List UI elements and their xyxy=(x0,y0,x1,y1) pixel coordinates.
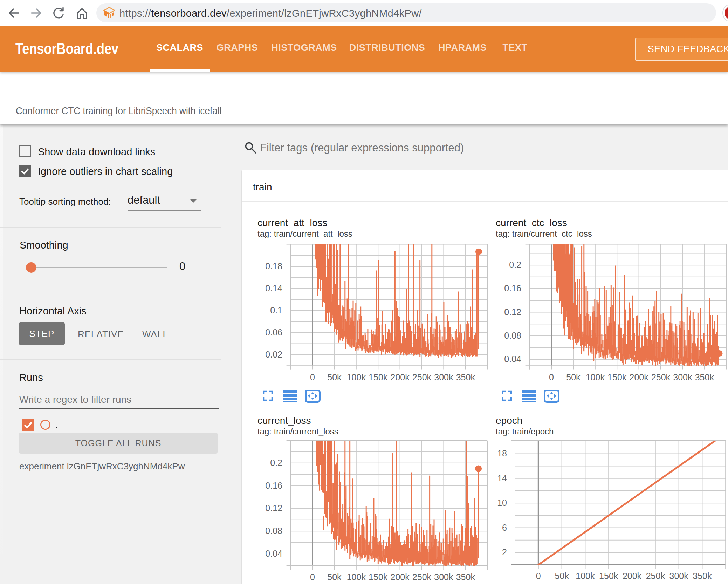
svg-text:100k: 100k xyxy=(586,372,605,382)
svg-text:0: 0 xyxy=(310,572,315,582)
svg-text:18: 18 xyxy=(497,448,507,458)
svg-text:100k: 100k xyxy=(576,571,595,581)
svg-text:0: 0 xyxy=(549,372,554,382)
svg-text:0.12: 0.12 xyxy=(265,503,282,513)
svg-text:0.08: 0.08 xyxy=(504,331,521,340)
svg-text:0.02: 0.02 xyxy=(265,349,282,359)
svg-text:0.04: 0.04 xyxy=(265,549,282,558)
svg-text:150k: 150k xyxy=(607,372,627,382)
svg-text:350k: 350k xyxy=(456,372,475,382)
svg-text:200k: 200k xyxy=(390,572,410,582)
svg-text:0.04: 0.04 xyxy=(504,354,521,364)
svg-text:0.2: 0.2 xyxy=(270,458,282,468)
svg-text:50k: 50k xyxy=(555,571,569,581)
svg-text:10: 10 xyxy=(497,498,507,508)
svg-text:200k: 200k xyxy=(623,571,642,581)
svg-text:150k: 150k xyxy=(369,572,388,582)
svg-text:200k: 200k xyxy=(390,372,410,382)
svg-text:0.06: 0.06 xyxy=(265,327,282,337)
svg-text:50k: 50k xyxy=(566,372,581,382)
svg-text:200k: 200k xyxy=(629,372,648,382)
svg-text:150k: 150k xyxy=(369,372,388,382)
svg-text:350k: 350k xyxy=(456,572,475,582)
svg-text:0.12: 0.12 xyxy=(504,307,521,317)
svg-text:2: 2 xyxy=(502,547,507,557)
svg-text:0.16: 0.16 xyxy=(265,481,282,490)
svg-text:50k: 50k xyxy=(327,372,342,382)
svg-text:300k: 300k xyxy=(434,372,453,382)
svg-text:300k: 300k xyxy=(669,571,688,581)
svg-text:0: 0 xyxy=(310,372,315,382)
svg-text:100k: 100k xyxy=(347,372,366,382)
svg-text:0.2: 0.2 xyxy=(509,260,521,270)
svg-text:0.14: 0.14 xyxy=(265,283,282,293)
svg-text:250k: 250k xyxy=(412,372,432,382)
svg-text:100k: 100k xyxy=(347,572,366,582)
svg-text:6: 6 xyxy=(502,523,507,532)
svg-text:0.08: 0.08 xyxy=(265,526,282,536)
svg-text:0: 0 xyxy=(536,571,541,581)
svg-text:250k: 250k xyxy=(651,372,671,382)
svg-text:14: 14 xyxy=(497,473,507,483)
svg-text:0.18: 0.18 xyxy=(265,261,282,271)
svg-text:0.1: 0.1 xyxy=(270,305,282,315)
svg-text:300k: 300k xyxy=(434,572,453,582)
svg-text:250k: 250k xyxy=(412,572,432,582)
svg-text:50k: 50k xyxy=(327,572,342,582)
svg-text:350k: 350k xyxy=(695,372,714,382)
svg-text:350k: 350k xyxy=(693,571,712,581)
svg-text:300k: 300k xyxy=(673,372,692,382)
svg-text:250k: 250k xyxy=(646,571,665,581)
svg-text:0.16: 0.16 xyxy=(504,283,521,293)
svg-text:150k: 150k xyxy=(599,571,618,581)
